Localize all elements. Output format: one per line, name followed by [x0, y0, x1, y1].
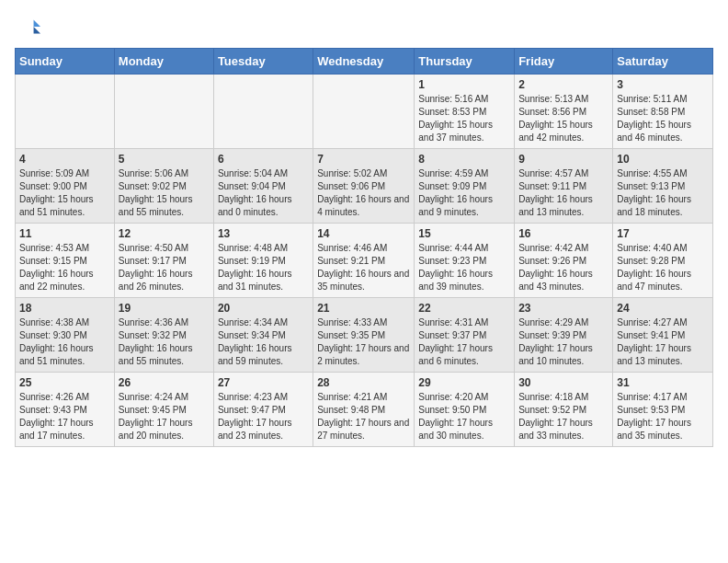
day-number: 10	[617, 153, 709, 166]
day-number: 19	[119, 302, 210, 315]
day-number: 11	[19, 227, 110, 240]
calendar-week-row: 18Sunrise: 4:38 AM Sunset: 9:30 PM Dayli…	[16, 298, 713, 373]
calendar-cell: 16Sunrise: 4:42 AM Sunset: 9:26 PM Dayli…	[515, 224, 613, 298]
calendar-cell: 24Sunrise: 4:27 AM Sunset: 9:41 PM Dayli…	[613, 298, 713, 373]
day-number: 15	[418, 227, 510, 240]
day-info: Sunrise: 4:50 AM Sunset: 9:17 PM Dayligh…	[119, 242, 210, 293]
day-info: Sunrise: 4:48 AM Sunset: 9:19 PM Dayligh…	[218, 242, 309, 293]
calendar-week-row: 11Sunrise: 4:53 AM Sunset: 9:15 PM Dayli…	[16, 224, 713, 298]
day-info: Sunrise: 4:24 AM Sunset: 9:45 PM Dayligh…	[119, 391, 210, 442]
day-info: Sunrise: 4:40 AM Sunset: 9:28 PM Dayligh…	[617, 242, 709, 293]
calendar-header-row: SundayMondayTuesdayWednesdayThursdayFrid…	[16, 49, 713, 75]
day-info: Sunrise: 4:59 AM Sunset: 9:09 PM Dayligh…	[418, 167, 510, 219]
svg-rect-0	[15, 15, 40, 40]
calendar-cell: 18Sunrise: 4:38 AM Sunset: 9:30 PM Dayli…	[16, 298, 115, 373]
day-info: Sunrise: 4:18 AM Sunset: 9:52 PM Dayligh…	[518, 391, 609, 442]
calendar-cell: 11Sunrise: 4:53 AM Sunset: 9:15 PM Dayli…	[16, 224, 115, 298]
day-number: 29	[418, 376, 510, 389]
day-number: 3	[617, 78, 709, 91]
day-info: Sunrise: 4:55 AM Sunset: 9:13 PM Dayligh…	[617, 167, 709, 219]
calendar-table: SundayMondayTuesdayWednesdayThursdayFrid…	[15, 48, 713, 447]
day-info: Sunrise: 4:17 AM Sunset: 9:53 PM Dayligh…	[617, 391, 709, 442]
day-info: Sunrise: 5:02 AM Sunset: 9:06 PM Dayligh…	[317, 167, 410, 219]
day-info: Sunrise: 5:04 AM Sunset: 9:04 PM Dayligh…	[218, 167, 309, 219]
calendar-cell: 5Sunrise: 5:06 AM Sunset: 9:02 PM Daylig…	[114, 149, 213, 224]
calendar-cell: 29Sunrise: 4:20 AM Sunset: 9:50 PM Dayli…	[415, 373, 515, 447]
logo-icon	[15, 15, 40, 40]
day-number: 23	[518, 302, 609, 315]
calendar-cell: 22Sunrise: 4:31 AM Sunset: 9:37 PM Dayli…	[415, 298, 515, 373]
day-number: 22	[418, 302, 510, 315]
day-info: Sunrise: 4:33 AM Sunset: 9:35 PM Dayligh…	[317, 316, 410, 368]
day-number: 4	[19, 153, 110, 166]
day-info: Sunrise: 4:23 AM Sunset: 9:47 PM Dayligh…	[218, 391, 309, 442]
col-header-friday: Friday	[515, 49, 613, 75]
day-number: 26	[119, 376, 210, 389]
col-header-saturday: Saturday	[613, 49, 713, 75]
col-header-wednesday: Wednesday	[313, 49, 415, 75]
calendar-cell: 23Sunrise: 4:29 AM Sunset: 9:39 PM Dayli…	[515, 298, 613, 373]
calendar-cell: 2Sunrise: 5:13 AM Sunset: 8:56 PM Daylig…	[515, 75, 613, 149]
day-info: Sunrise: 5:13 AM Sunset: 8:56 PM Dayligh…	[518, 93, 609, 144]
day-info: Sunrise: 4:36 AM Sunset: 9:32 PM Dayligh…	[119, 316, 210, 368]
day-number: 8	[418, 153, 510, 166]
day-number: 1	[418, 78, 510, 91]
day-info: Sunrise: 4:46 AM Sunset: 9:21 PM Dayligh…	[317, 242, 410, 293]
calendar-week-row: 1Sunrise: 5:16 AM Sunset: 8:53 PM Daylig…	[16, 75, 713, 149]
day-info: Sunrise: 4:38 AM Sunset: 9:30 PM Dayligh…	[19, 316, 110, 368]
day-number: 2	[518, 78, 609, 91]
calendar-cell	[16, 75, 115, 149]
day-number: 24	[617, 302, 709, 315]
calendar-cell: 4Sunrise: 5:09 AM Sunset: 9:00 PM Daylig…	[16, 149, 115, 224]
calendar-week-row: 25Sunrise: 4:26 AM Sunset: 9:43 PM Dayli…	[16, 373, 713, 447]
calendar-cell: 26Sunrise: 4:24 AM Sunset: 9:45 PM Dayli…	[114, 373, 213, 447]
calendar-cell: 14Sunrise: 4:46 AM Sunset: 9:21 PM Dayli…	[313, 224, 415, 298]
day-number: 27	[218, 376, 309, 389]
calendar-cell: 7Sunrise: 5:02 AM Sunset: 9:06 PM Daylig…	[313, 149, 415, 224]
day-number: 18	[19, 302, 110, 315]
calendar-cell: 21Sunrise: 4:33 AM Sunset: 9:35 PM Dayli…	[313, 298, 415, 373]
calendar-cell: 6Sunrise: 5:04 AM Sunset: 9:04 PM Daylig…	[213, 149, 313, 224]
calendar-cell	[213, 75, 313, 149]
calendar-cell: 1Sunrise: 5:16 AM Sunset: 8:53 PM Daylig…	[415, 75, 515, 149]
day-info: Sunrise: 4:34 AM Sunset: 9:34 PM Dayligh…	[218, 316, 309, 368]
day-number: 13	[218, 227, 309, 240]
calendar-cell: 9Sunrise: 4:57 AM Sunset: 9:11 PM Daylig…	[515, 149, 613, 224]
calendar-cell: 8Sunrise: 4:59 AM Sunset: 9:09 PM Daylig…	[415, 149, 515, 224]
day-number: 7	[317, 153, 410, 166]
day-info: Sunrise: 4:42 AM Sunset: 9:26 PM Dayligh…	[518, 242, 609, 293]
day-number: 14	[317, 227, 410, 240]
day-number: 20	[218, 302, 309, 315]
calendar-cell	[114, 75, 213, 149]
calendar-cell: 13Sunrise: 4:48 AM Sunset: 9:19 PM Dayli…	[213, 224, 313, 298]
day-info: Sunrise: 4:21 AM Sunset: 9:48 PM Dayligh…	[317, 391, 410, 442]
day-info: Sunrise: 5:06 AM Sunset: 9:02 PM Dayligh…	[119, 167, 210, 219]
day-number: 16	[518, 227, 609, 240]
day-number: 17	[617, 227, 709, 240]
page-header	[15, 15, 713, 40]
calendar-week-row: 4Sunrise: 5:09 AM Sunset: 9:00 PM Daylig…	[16, 149, 713, 224]
calendar-cell: 10Sunrise: 4:55 AM Sunset: 9:13 PM Dayli…	[613, 149, 713, 224]
day-number: 25	[19, 376, 110, 389]
calendar-cell: 31Sunrise: 4:17 AM Sunset: 9:53 PM Dayli…	[613, 373, 713, 447]
day-number: 12	[119, 227, 210, 240]
day-number: 9	[518, 153, 609, 166]
day-number: 6	[218, 153, 309, 166]
day-number: 5	[119, 153, 210, 166]
day-info: Sunrise: 5:09 AM Sunset: 9:00 PM Dayligh…	[19, 167, 110, 219]
calendar-cell: 19Sunrise: 4:36 AM Sunset: 9:32 PM Dayli…	[114, 298, 213, 373]
day-info: Sunrise: 4:29 AM Sunset: 9:39 PM Dayligh…	[518, 316, 609, 368]
calendar-cell: 30Sunrise: 4:18 AM Sunset: 9:52 PM Dayli…	[515, 373, 613, 447]
calendar-cell: 28Sunrise: 4:21 AM Sunset: 9:48 PM Dayli…	[313, 373, 415, 447]
calendar-cell: 25Sunrise: 4:26 AM Sunset: 9:43 PM Dayli…	[16, 373, 115, 447]
day-info: Sunrise: 4:53 AM Sunset: 9:15 PM Dayligh…	[19, 242, 110, 293]
calendar-cell: 15Sunrise: 4:44 AM Sunset: 9:23 PM Dayli…	[415, 224, 515, 298]
day-number: 31	[617, 376, 709, 389]
day-number: 28	[317, 376, 410, 389]
col-header-monday: Monday	[114, 49, 213, 75]
calendar-cell: 27Sunrise: 4:23 AM Sunset: 9:47 PM Dayli…	[213, 373, 313, 447]
day-info: Sunrise: 5:11 AM Sunset: 8:58 PM Dayligh…	[617, 93, 709, 144]
day-info: Sunrise: 4:20 AM Sunset: 9:50 PM Dayligh…	[418, 391, 510, 442]
col-header-sunday: Sunday	[16, 49, 115, 75]
col-header-tuesday: Tuesday	[213, 49, 313, 75]
